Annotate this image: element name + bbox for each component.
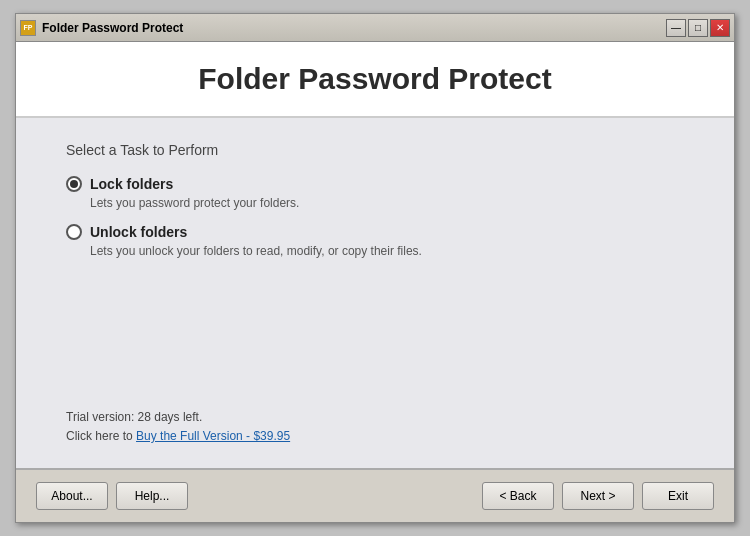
back-button[interactable]: < Back [482, 482, 554, 510]
app-icon: FP [20, 20, 36, 36]
restore-button[interactable]: □ [688, 19, 708, 37]
window-title: Folder Password Protect [42, 21, 183, 35]
next-button[interactable]: Next > [562, 482, 634, 510]
lock-folders-option[interactable]: Lock folders Lets you password protect y… [66, 176, 684, 210]
main-window: FP Folder Password Protect — □ ✕ Folder … [15, 13, 735, 523]
title-bar-buttons: — □ ✕ [666, 19, 730, 37]
unlock-folders-description: Lets you unlock your folders to read, mo… [90, 244, 684, 258]
footer-right-buttons: < Back Next > Exit [482, 482, 714, 510]
lock-folders-description: Lets you password protect your folders. [90, 196, 684, 210]
trial-link-row: Click here to Buy the Full Version - $39… [66, 426, 684, 444]
unlock-folders-label: Unlock folders [90, 224, 187, 240]
unlock-radio-button[interactable] [66, 224, 82, 240]
app-title: Folder Password Protect [56, 62, 694, 96]
lock-radio-button[interactable] [66, 176, 82, 192]
help-button[interactable]: Help... [116, 482, 188, 510]
unlock-folders-option[interactable]: Unlock folders Lets you unlock your fold… [66, 224, 684, 258]
header-section: Folder Password Protect [16, 42, 734, 118]
title-bar-left: FP Folder Password Protect [20, 20, 183, 36]
close-button[interactable]: ✕ [710, 19, 730, 37]
footer-left-buttons: About... Help... [36, 482, 188, 510]
footer: About... Help... < Back Next > Exit [16, 468, 734, 522]
trial-text: Trial version: 28 days left. [66, 410, 684, 424]
about-button[interactable]: About... [36, 482, 108, 510]
trial-link-prefix: Click here to [66, 429, 136, 443]
minimize-button[interactable]: — [666, 19, 686, 37]
lock-folders-label: Lock folders [90, 176, 173, 192]
task-label: Select a Task to Perform [66, 142, 684, 158]
trial-section: Trial version: 28 days left. Click here … [66, 390, 684, 444]
buy-full-version-link[interactable]: Buy the Full Version - $39.95 [136, 429, 290, 443]
title-bar: FP Folder Password Protect — □ ✕ [16, 14, 734, 42]
exit-button[interactable]: Exit [642, 482, 714, 510]
content-section: Select a Task to Perform Lock folders Le… [16, 118, 734, 468]
